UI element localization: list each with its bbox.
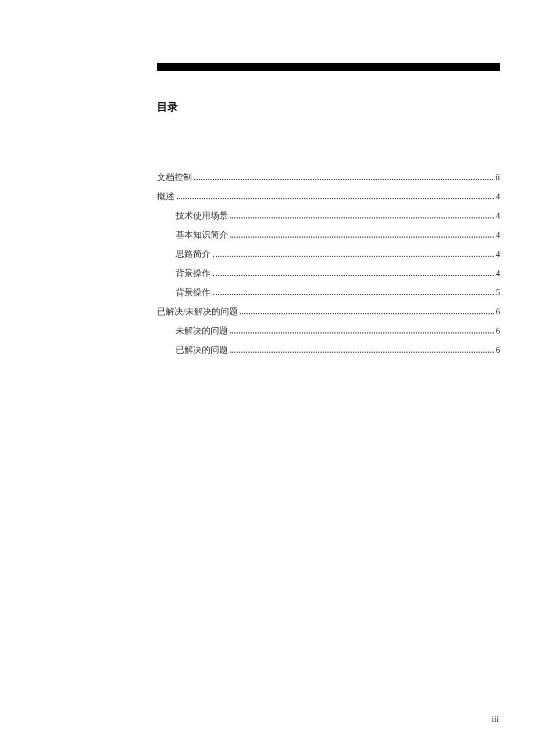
page-number: iii bbox=[491, 714, 499, 724]
toc-entry-label: 概述 bbox=[157, 191, 174, 202]
toc-entry-page: 4 bbox=[496, 230, 501, 240]
toc-leader-dots bbox=[213, 256, 494, 257]
toc-entry-label: 思路简介 bbox=[176, 249, 211, 260]
toc-entry[interactable]: 已解决/未解决的问题6 bbox=[157, 306, 500, 317]
toc-entry[interactable]: 基本知识简介4 bbox=[176, 230, 500, 241]
toc-leader-dots bbox=[230, 217, 494, 218]
toc-leader-dots bbox=[213, 294, 494, 295]
toc-entry-page: 4 bbox=[496, 192, 501, 202]
toc-entry-label: 未解决的问题 bbox=[176, 325, 228, 336]
toc-title: 目录 bbox=[157, 100, 500, 114]
toc-entry[interactable]: 思路简介4 bbox=[176, 249, 500, 260]
toc-leader-dots bbox=[240, 313, 493, 314]
header-bar bbox=[157, 63, 500, 71]
toc-entry-page: 5 bbox=[496, 288, 501, 298]
toc-leader-dots bbox=[230, 332, 494, 334]
toc-entry-label: 文档控制 bbox=[157, 172, 192, 183]
toc-entry-label: 基本知识简介 bbox=[176, 230, 228, 241]
toc-entry[interactable]: 背景操作5 bbox=[176, 287, 500, 298]
toc-leader-dots bbox=[230, 352, 494, 353]
toc-entry-page: 6 bbox=[496, 326, 501, 336]
toc-entry-label: 已解决/未解决的问题 bbox=[157, 306, 238, 317]
toc-list: 文档控制ii概述4技术使用场景4基本知识简介4思路简介4背景操作4背景操作5已解… bbox=[157, 172, 500, 356]
toc-entry-page: 6 bbox=[496, 307, 501, 317]
toc-entry[interactable]: 未解决的问题6 bbox=[176, 325, 500, 336]
document-content: 目录 文档控制ii概述4技术使用场景4基本知识简介4思路简介4背景操作4背景操作… bbox=[157, 71, 500, 356]
toc-entry-page: 4 bbox=[496, 211, 501, 221]
toc-entry-label: 背景操作 bbox=[176, 287, 211, 298]
toc-entry-page: 6 bbox=[496, 345, 501, 355]
toc-entry-label: 背景操作 bbox=[176, 268, 211, 279]
toc-entry-page: ii bbox=[495, 173, 500, 182]
toc-leader-dots bbox=[213, 275, 494, 276]
toc-leader-dots bbox=[230, 237, 494, 238]
toc-entry-page: 4 bbox=[496, 249, 501, 259]
toc-entry[interactable]: 概述4 bbox=[157, 191, 500, 202]
toc-entry[interactable]: 背景操作4 bbox=[176, 268, 500, 279]
document-page: 目录 文档控制ii概述4技术使用场景4基本知识简介4思路简介4背景操作4背景操作… bbox=[0, 0, 535, 399]
toc-entry-page: 4 bbox=[496, 268, 501, 278]
toc-entry[interactable]: 技术使用场景4 bbox=[176, 210, 500, 221]
toc-entry[interactable]: 文档控制ii bbox=[157, 172, 500, 183]
toc-entry-label: 技术使用场景 bbox=[176, 210, 228, 221]
toc-entry-label: 已解决的问题 bbox=[176, 345, 228, 356]
toc-leader-dots bbox=[177, 198, 494, 199]
toc-entry[interactable]: 已解决的问题6 bbox=[176, 345, 500, 356]
toc-leader-dots bbox=[194, 179, 493, 180]
